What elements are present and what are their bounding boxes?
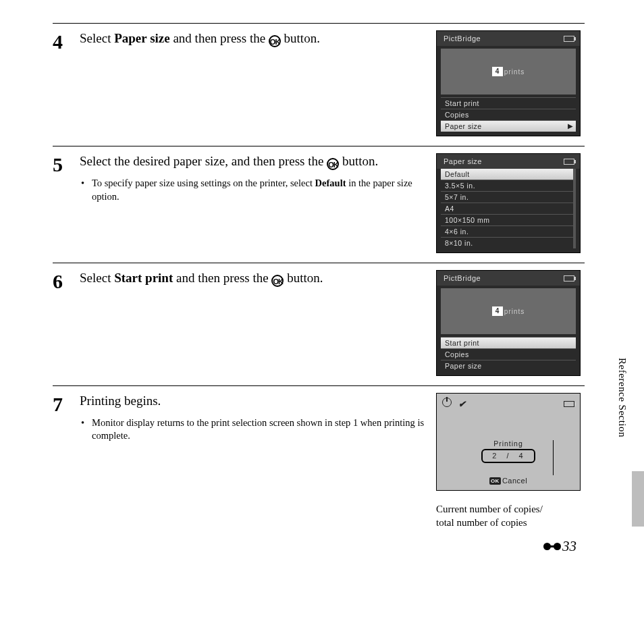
step-number: 4 [53,30,80,52]
callout-line [553,440,554,475]
page-number: 33 [543,538,576,555]
bullet-text: To specify paper size using settings on … [89,177,429,203]
step-7: 7 Printing begins. Monitor display retur… [53,386,585,529]
option-4x6: 4×6 in. [441,225,573,237]
step-number: 7 [53,393,80,414]
prints-label: prints [504,308,525,315]
step-title: Select Paper size and then press the OK … [80,30,429,47]
pictbridge-icon: ✔ [458,399,466,409]
bullet-text: Monitor display returns to the print sel… [89,417,429,443]
ok-icon: OK [271,275,284,287]
step-number: 5 [53,153,80,175]
side-section-label: Reference Section [616,358,628,437]
step-5: 5 Select the desired paper size, and the… [53,146,585,263]
print-count: 4 [492,306,503,316]
printing-label: Printing [437,439,580,448]
step-title: Select the desired paper size, and then … [80,153,429,170]
menu-item-start-print: Start print [441,337,576,348]
battery-icon [564,401,574,407]
menu-item-start-print: Start print [441,97,576,109]
lcd-screen-step6: PictBridge 4 prints Start print Copies P… [436,270,581,376]
side-tab [632,471,644,527]
option-8x10: 8×10 in. [441,237,573,248]
step-number: 6 [53,270,80,292]
ok-icon: OK [269,35,281,47]
lcd-screen-step4: PictBridge 4 prints Start print Copies P… [436,30,581,136]
cancel-hint: OKCancel [437,477,580,485]
option-a4: A4 [441,203,573,214]
step-title: Select Start print and then press the OK… [80,270,429,287]
menu-item-paper-size: Paper size▶ [441,120,576,132]
lcd-title: Paper size [444,157,482,165]
lcd-screen-step5: Paper size Default 3.5×5 in. 5×7 in. A4 … [436,153,581,253]
power-icon [442,398,452,407]
callout-text: Current number of copies/total number of… [436,503,585,529]
menu-item-copies: Copies [441,109,576,120]
ok-icon: OK [489,477,501,485]
battery-icon [564,159,574,165]
menu-item-paper-size: Paper size [441,360,576,371]
option-100x150: 100×150 mm [441,214,573,225]
battery-icon [564,275,574,281]
chevron-right-icon: ▶ [568,122,574,130]
print-count: 4 [492,67,503,76]
lcd-title: PictBridge [444,274,481,282]
page-section-icon [543,542,561,552]
option-5x7: 5×7 in. [441,191,573,203]
lcd-title: PictBridge [444,34,481,43]
option-default: Default [441,169,573,180]
manual-page: 4 Select Paper size and then press the O… [53,23,585,529]
option-35x5: 3.5×5 in. [441,180,573,191]
step-title: Printing begins. [80,393,429,410]
ok-icon: OK [327,158,339,170]
step-4: 4 Select Paper size and then press the O… [53,24,585,146]
prints-label: prints [504,68,525,76]
battery-icon [564,36,574,42]
print-progress: 2 / 4 [481,449,535,463]
step-6: 6 Select Start print and then press the … [53,263,585,385]
menu-item-copies: Copies [441,348,576,360]
lcd-screen-step7: ✔ Printing 2 / 4 OKCancel [436,393,581,491]
